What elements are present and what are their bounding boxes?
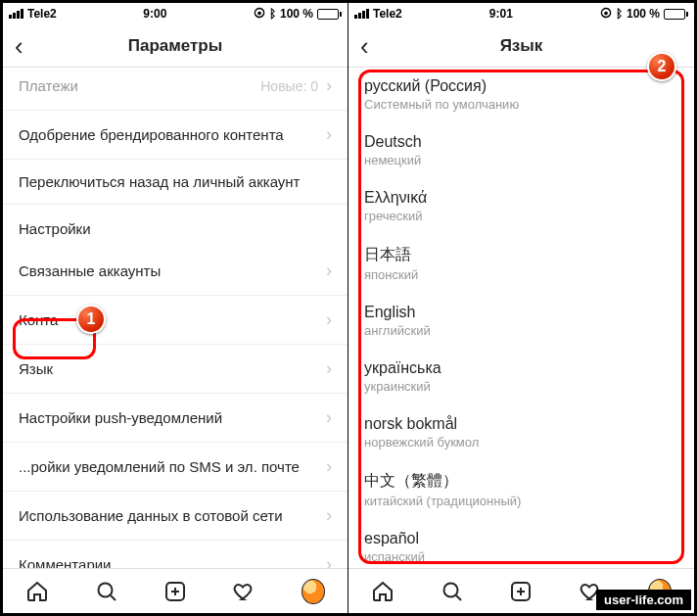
language-name: English <box>364 304 678 321</box>
profile-icon[interactable] <box>302 580 325 603</box>
alarm-icon: ⦿ <box>600 7 612 21</box>
row-cellular-data[interactable]: Использование данных в сотовой сети › <box>3 492 348 541</box>
tab-bar <box>3 568 348 613</box>
language-list[interactable]: русский (Россия)Системный по умолчаниюDe… <box>348 68 694 568</box>
language-option[interactable]: norsk bokmålнорвежский букмол <box>348 405 694 461</box>
search-icon[interactable] <box>441 580 464 603</box>
add-post-icon[interactable] <box>509 580 533 603</box>
watermark: user-life.com <box>596 590 691 610</box>
battery-icon <box>664 9 688 20</box>
language-name: українська <box>364 359 678 377</box>
chevron-right-icon: › <box>326 407 332 428</box>
back-icon[interactable]: ‹ <box>360 33 369 59</box>
battery-percent: 100 % <box>280 7 313 21</box>
language-name: español <box>364 530 678 547</box>
row-label: Использование данных в сотовой сети <box>19 507 283 524</box>
status-time: 9:01 <box>489 7 513 21</box>
status-bar: Tele2 9:00 ⦿ ᛒ 100 % <box>3 3 348 24</box>
language-name: norsk bokmål <box>364 415 678 433</box>
language-option[interactable]: українськаукраинский <box>348 350 694 405</box>
settings-list[interactable]: Платежи Новые: 0› Одобрение брендированн… <box>3 68 348 568</box>
language-sub: украинский <box>364 379 678 394</box>
chevron-right-icon: › <box>326 456 332 477</box>
carrier-label: Tele2 <box>27 7 57 21</box>
battery-icon <box>317 9 342 20</box>
row-contacts[interactable]: Конта › <box>3 296 348 345</box>
language-sub: греческий <box>364 209 678 223</box>
chevron-right-icon: › <box>326 554 332 568</box>
search-icon[interactable] <box>95 580 118 603</box>
signal-icon <box>9 9 23 19</box>
row-label: Настройки push-уведомлений <box>19 409 222 426</box>
avatar <box>302 579 325 604</box>
phone-right: Tele2 9:01 ⦿ ᛒ 100 % ‹ Язык русский (Рос… <box>348 3 694 613</box>
language-sub: испанский <box>364 549 678 564</box>
language-option[interactable]: Deutschнемецкий <box>348 123 694 179</box>
bluetooth-icon: ᛒ <box>616 7 623 21</box>
row-label: Язык <box>19 360 53 377</box>
row-label: Комментарии <box>19 556 111 568</box>
nav-header: ‹ Параметры <box>3 24 348 68</box>
language-sub: Системный по умолчанию <box>364 97 678 112</box>
home-icon[interactable] <box>371 580 395 603</box>
alarm-icon: ⦿ <box>254 7 265 21</box>
row-language[interactable]: Язык › <box>3 345 348 394</box>
row-badge: Новые: 0 <box>260 78 318 94</box>
svg-point-2 <box>443 583 457 596</box>
page-title: Язык <box>500 36 543 56</box>
svg-point-0 <box>98 583 112 596</box>
heart-icon[interactable] <box>232 580 256 603</box>
row-label: ...ройки уведомлений по SMS и эл. почте <box>19 458 300 475</box>
row-comments[interactable]: Комментарии › <box>3 541 348 568</box>
back-icon[interactable]: ‹ <box>15 33 23 59</box>
step-badge-1: 1 <box>76 305 106 334</box>
signal-icon <box>354 9 369 19</box>
language-name: 中文（繁體） <box>364 471 678 492</box>
row-linked-accounts[interactable]: Связанные аккаунты › <box>3 247 348 296</box>
row-branded-content[interactable]: Одобрение брендированного контента › <box>3 111 348 160</box>
row-push[interactable]: Настройки push-уведомлений › <box>3 394 348 443</box>
row-switch-personal[interactable]: Переключиться назад на личный аккаунт <box>3 160 348 205</box>
language-sub: немецкий <box>364 153 678 167</box>
chevron-right-icon: › <box>326 358 332 379</box>
language-sub: норвежский букмол <box>364 435 678 450</box>
page-title: Параметры <box>128 36 223 56</box>
language-option[interactable]: 中文（繁體）китайский (традиционный) <box>348 461 694 520</box>
status-time: 9:00 <box>143 7 166 21</box>
carrier-label: Tele2 <box>373 7 402 21</box>
language-name: Ελληνικά <box>364 189 678 207</box>
section-settings: Настройки <box>3 205 348 247</box>
phone-left: Tele2 9:00 ⦿ ᛒ 100 % ‹ Параметры Платежи… <box>3 3 348 613</box>
language-option[interactable]: españolиспанский <box>348 520 694 568</box>
row-label: Платежи <box>19 77 78 94</box>
chevron-right-icon: › <box>326 261 332 281</box>
row-label: Переключиться назад на личный аккаунт <box>19 173 300 190</box>
step-badge-2: 2 <box>647 52 676 81</box>
language-name: Deutsch <box>364 133 678 151</box>
battery-percent: 100 % <box>627 7 660 21</box>
language-name: 日本語 <box>364 245 678 265</box>
row-label: Связанные аккаунты <box>19 262 161 279</box>
language-sub: китайский (традиционный) <box>364 494 678 508</box>
row-label: Одобрение брендированного контента <box>19 126 284 143</box>
row-payments[interactable]: Платежи Новые: 0› <box>3 68 348 111</box>
chevron-right-icon: › <box>326 505 332 526</box>
outer-frame: Tele2 9:00 ⦿ ᛒ 100 % ‹ Параметры Платежи… <box>0 0 697 616</box>
language-name: русский (Россия) <box>364 77 678 95</box>
chevron-right-icon: › <box>326 124 332 145</box>
home-icon[interactable] <box>25 580 49 603</box>
language-option[interactable]: Englishанглийский <box>348 294 694 350</box>
language-sub: английский <box>364 323 678 338</box>
add-post-icon[interactable] <box>163 580 187 603</box>
language-option[interactable]: русский (Россия)Системный по умолчанию <box>348 68 694 123</box>
language-sub: японский <box>364 267 678 282</box>
row-sms-email[interactable]: ...ройки уведомлений по SMS и эл. почте … <box>3 443 348 492</box>
bluetooth-icon: ᛒ <box>269 7 276 21</box>
language-option[interactable]: Ελληνικάгреческий <box>348 179 694 235</box>
chevron-right-icon: › <box>326 309 332 330</box>
row-label: Конта <box>19 311 58 328</box>
status-bar: Tele2 9:01 ⦿ ᛒ 100 % <box>348 3 694 24</box>
nav-header: ‹ Язык <box>348 24 694 68</box>
chevron-right-icon: › <box>326 75 332 96</box>
language-option[interactable]: 日本語японский <box>348 235 694 294</box>
